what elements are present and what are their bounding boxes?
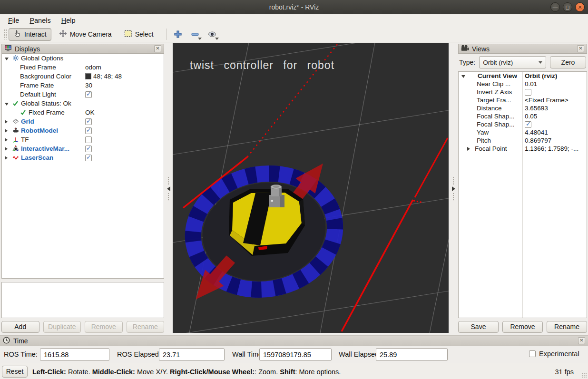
views-row-target-fra-[interactable]: Target Fra...<Fixed Frame>	[459, 96, 587, 104]
property-value[interactable]: 3.65693	[525, 105, 548, 112]
displays-row-laserscan[interactable]: LaserScan	[2, 153, 164, 162]
expander-right-icon[interactable]	[5, 147, 8, 151]
time-field-input[interactable]	[40, 348, 109, 361]
collapse-left-arrow-icon[interactable]	[167, 186, 170, 191]
expander-right-icon[interactable]	[5, 120, 8, 124]
property-checkbox[interactable]	[85, 136, 92, 143]
toolbar-grip[interactable]	[3, 29, 7, 39]
close-button-icon[interactable]: ✕	[575, 2, 585, 12]
displays-close-icon[interactable]: ✕	[154, 45, 161, 52]
views-row-focal-shap-[interactable]: Focal Shap...0.05	[459, 112, 587, 120]
titlebar[interactable]: robot.rviz* - RViz ― ◻ ✕	[0, 0, 588, 14]
property-value[interactable]: 0.05	[525, 113, 537, 120]
menu-panels[interactable]: Panels	[24, 15, 56, 26]
property-checkbox[interactable]	[85, 118, 92, 125]
status-bar: Reset Left-Click: Rotate. Middle-Click: …	[0, 364, 588, 379]
views-row-yaw[interactable]: Yaw4.48041	[459, 128, 587, 136]
property-checkbox[interactable]	[85, 127, 92, 134]
expander-down-icon[interactable]	[5, 103, 9, 106]
displays-panel: Displays ✕ Global OptionsFixed Frameodom…	[1, 44, 164, 333]
reset-button[interactable]: Reset	[2, 366, 28, 378]
property-value[interactable]: Orbit (rviz)	[525, 72, 557, 79]
displays-row-robotmodel[interactable]: RobotModel	[2, 126, 164, 135]
move-camera-tool-button[interactable]: Move Camera	[54, 28, 117, 41]
minimize-button-icon[interactable]: ―	[550, 2, 560, 12]
views-row-focal-point[interactable]: Focal Point1.1366; 1.7589; -...	[459, 145, 587, 153]
views-row-near-clip-[interactable]: Near Clip ...0.01	[459, 80, 587, 88]
interact-tool-button[interactable]: Interact	[9, 28, 51, 41]
property-value[interactable]: 4.48041	[525, 129, 548, 136]
menu-file[interactable]: File	[3, 15, 24, 26]
view-type-combobox[interactable]: Orbit (rviz)	[479, 56, 546, 68]
displays-panel-title: Displays	[15, 45, 40, 53]
tool-visibility-caret-icon[interactable]	[215, 38, 219, 40]
time-field-input[interactable]	[259, 348, 332, 361]
expander-right-icon[interactable]	[5, 129, 8, 133]
views-row-pitch[interactable]: Pitch0.869797	[459, 136, 587, 145]
displays-row-fixed-frame[interactable]: Fixed Frameodom	[2, 63, 164, 72]
views-row-current-view[interactable]: Current ViewOrbit (rviz)	[459, 72, 587, 80]
remove-tool-caret-icon[interactable]	[198, 38, 202, 40]
property-label: InteractiveMar...	[21, 145, 69, 152]
displays-row-grid[interactable]: Grid	[2, 117, 164, 126]
menu-help[interactable]: Help	[56, 15, 81, 26]
experimental-checkbox[interactable]	[529, 350, 536, 357]
property-checkbox[interactable]	[85, 91, 92, 98]
combobox-arrow-icon	[539, 61, 542, 64]
property-value[interactable]: 1.1366; 1.7589; -...	[525, 145, 578, 152]
time-field-input[interactable]	[376, 348, 448, 361]
expander-right-icon[interactable]	[5, 156, 8, 160]
displays-row-global-options[interactable]: Global Options	[2, 54, 164, 63]
property-value[interactable]: odom	[85, 64, 101, 71]
expander-down-icon[interactable]	[461, 75, 465, 78]
displays-splitter[interactable]	[1, 279, 164, 282]
collapse-right-handle[interactable]	[450, 172, 457, 206]
remove-tool-icon[interactable]	[188, 28, 202, 41]
views-panel: Views ✕ Type: Orbit (rviz) Zero Current …	[458, 44, 587, 333]
views-row-invert-z-axis[interactable]: Invert Z Axis	[459, 88, 587, 96]
expander-down-icon[interactable]	[5, 58, 9, 60]
property-value[interactable]: 0.01	[525, 80, 537, 87]
color-swatch	[85, 73, 91, 79]
resize-grip[interactable]	[581, 372, 587, 378]
time-close-icon[interactable]: ✕	[578, 337, 585, 344]
property-checkbox[interactable]	[525, 89, 531, 96]
views-remove-button[interactable]: Remove	[502, 321, 543, 333]
select-tool-button[interactable]: Select	[119, 28, 158, 41]
property-value[interactable]: 48; 48; 48	[85, 73, 122, 80]
displays-panel-header[interactable]: Displays ✕	[1, 44, 164, 54]
displays-row-fixed-frame[interactable]: Fixed FrameOK	[2, 108, 164, 117]
views-buttons-row: SaveRemoveRename	[458, 318, 587, 333]
displays-row-global-status-ok[interactable]: Global Status: Ok	[2, 99, 164, 108]
views-rename-button[interactable]: Rename	[547, 321, 587, 333]
3d-viewport[interactable]: twist controller for robot	[173, 43, 449, 333]
property-checkbox[interactable]	[85, 146, 92, 152]
views-row-focal-shap-[interactable]: Focal Shap...	[459, 120, 587, 128]
tool-visibility-icon[interactable]	[206, 28, 219, 41]
displays-row-default-light[interactable]: Default Light	[2, 90, 164, 99]
views-close-icon[interactable]: ✕	[577, 45, 584, 52]
property-checkbox[interactable]	[525, 121, 531, 128]
maximize-button-icon[interactable]: ◻	[563, 2, 572, 12]
time-field-input[interactable]	[159, 348, 225, 361]
property-value[interactable]: 30	[85, 82, 92, 89]
time-panel-header[interactable]: Time ✕	[0, 336, 588, 346]
displays-row-frame-rate[interactable]: Frame Rate30	[2, 81, 164, 90]
property-checkbox[interactable]	[85, 155, 92, 161]
expander-right-icon[interactable]	[467, 147, 470, 151]
expander-right-icon[interactable]	[5, 138, 8, 142]
views-save-button[interactable]: Save	[458, 321, 499, 333]
collapse-left-handle[interactable]	[165, 172, 172, 206]
views-row-distance[interactable]: Distance3.65693	[459, 104, 587, 112]
displays-row-background-color[interactable]: Background Color48; 48; 48	[2, 72, 164, 81]
property-value[interactable]: <Fixed Frame>	[525, 97, 568, 104]
property-value[interactable]: OK	[85, 109, 95, 116]
zero-button[interactable]: Zero	[550, 56, 586, 68]
add-tool-icon[interactable]	[171, 28, 185, 41]
displays-add-button[interactable]: Add	[1, 321, 39, 333]
displays-row-tf[interactable]: TF	[2, 135, 164, 144]
displays-row-interactivemar-[interactable]: InteractiveMar...	[2, 144, 164, 153]
property-value[interactable]: 0.869797	[525, 137, 551, 144]
collapse-right-arrow-icon[interactable]	[452, 186, 455, 191]
views-panel-header[interactable]: Views ✕	[458, 44, 587, 54]
